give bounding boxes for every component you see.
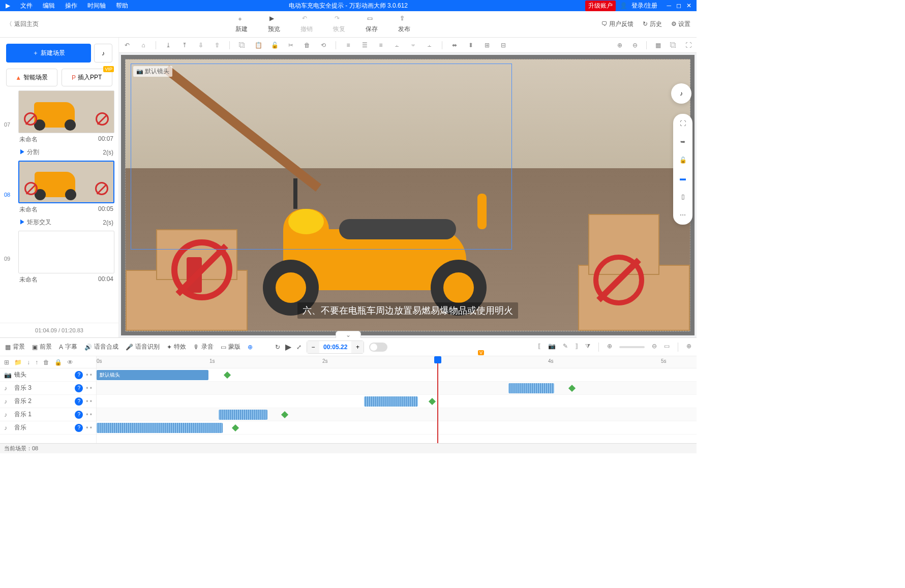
grid-icon[interactable]: ▦ [654, 41, 662, 49]
scene-item-09[interactable]: 09未命名00:04 [4, 231, 114, 286]
maximize-button[interactable]: ◻ [676, 2, 681, 9]
toolbar-预览-button[interactable]: ▶预览 [268, 15, 280, 34]
canvas-viewport[interactable]: 📷 默认镜头 六、不要在电瓶车周边放置易燃易爆物品或使用明火 [121, 55, 695, 335]
timeline-字幕-button[interactable]: A字幕 [59, 343, 77, 351]
add-layer-icon[interactable]: ⊞ [4, 359, 9, 366]
close-button[interactable]: ✕ [686, 2, 691, 9]
align-bottom2-icon[interactable]: ⫠ [426, 41, 434, 49]
timeline-特效-button[interactable]: ✦特效 [167, 343, 186, 351]
zoom-timeline-out-icon[interactable]: ⊖ [652, 343, 657, 352]
lock-track-icon[interactable]: 🔒 [54, 359, 62, 366]
paste-icon[interactable]: 📋 [254, 41, 262, 49]
scene-music-button[interactable]: ♪ [94, 44, 112, 63]
keyframe[interactable] [232, 424, 239, 431]
align-left-icon[interactable]: ≡ [344, 41, 352, 49]
track-音乐[interactable] [97, 421, 697, 435]
layers-icon[interactable]: ⿻ [669, 41, 677, 49]
align-bottom-icon[interactable]: ⤓ [164, 41, 172, 49]
insert-ppt-button[interactable]: P插入PPTVIP [62, 69, 113, 86]
history-icon[interactable]: ↻ [275, 344, 280, 351]
cut-icon[interactable]: ✂ [287, 41, 295, 49]
track-label-音乐 2[interactable]: ♪音乐 2?• • [0, 395, 96, 408]
zoom-in-icon[interactable]: ⊕ [616, 41, 624, 49]
export-icon[interactable]: ➥ [678, 137, 687, 146]
zoom-timeline-in-icon[interactable]: ⊕ [607, 343, 612, 352]
toolbar-新建-button[interactable]: ＋新建 [235, 15, 248, 34]
zoom-slider[interactable] [619, 346, 645, 348]
move-up-icon[interactable]: ↑ [35, 359, 38, 366]
unlock-icon[interactable]: 🔓 [678, 156, 687, 165]
fit-icon[interactable]: ⛶ [684, 41, 692, 49]
delete-icon[interactable]: 🗑 [303, 41, 311, 49]
clip[interactable] [364, 396, 418, 407]
move-down-icon[interactable]: ↓ [27, 359, 30, 366]
track-音乐 3[interactable] [97, 382, 697, 395]
clip[interactable] [219, 410, 267, 420]
keyframe[interactable] [429, 398, 436, 405]
timeline-蒙版-button[interactable]: ▭蒙版 [221, 343, 240, 351]
keyframe[interactable] [568, 385, 576, 392]
clip[interactable] [508, 383, 554, 393]
marker-out-icon[interactable]: ⟧ [575, 343, 578, 352]
copy-icon[interactable]: ⿻ [238, 41, 246, 49]
menu-operate[interactable]: 操作 [60, 2, 82, 10]
minimize-button[interactable]: ─ [667, 2, 671, 9]
zoom-out-icon[interactable]: ⊖ [631, 41, 639, 49]
new-scene-button[interactable]: ＋ 新建场景 [6, 44, 91, 63]
replace-icon[interactable]: ⟲ [319, 41, 327, 49]
mobile-icon[interactable]: ▯ [678, 192, 687, 201]
floating-music-button[interactable]: ♪ [671, 83, 691, 104]
clip[interactable]: 默认镜头 [97, 370, 208, 380]
bring-front-icon[interactable]: ⇧ [213, 41, 221, 49]
track-镜头[interactable]: 默认镜头 [97, 368, 697, 382]
undo-icon[interactable]: ↶ [123, 41, 131, 49]
track-音乐 2[interactable] [97, 395, 697, 408]
track-音乐 1[interactable] [97, 408, 697, 421]
time-plus-button[interactable]: + [351, 341, 364, 353]
delete-track-icon[interactable]: 🗑 [43, 359, 49, 366]
back-home-button[interactable]: 〈 返回主页 [0, 20, 45, 28]
scene-item-08[interactable]: 08未命名00:05▶ 矩形交叉2(s) [4, 161, 114, 229]
time-minus-button[interactable]: − [307, 341, 319, 353]
track-label-音乐[interactable]: ♪音乐?• • [0, 421, 96, 435]
center-h-icon[interactable]: ⊞ [483, 41, 491, 49]
snapshot-icon[interactable]: 📷 [548, 343, 556, 352]
toolbar-设置-button[interactable]: ⚙ 设置 [671, 20, 690, 28]
fit-camera-icon[interactable]: ⛶ [678, 119, 687, 128]
distribute-v-icon[interactable]: ⬍ [467, 41, 475, 49]
playhead[interactable] [437, 356, 438, 443]
marker-in-icon[interactable]: ⟦ [538, 343, 541, 352]
track-label-镜头[interactable]: 📷镜头?• • [0, 368, 96, 382]
menu-timeline[interactable]: 时间轴 [82, 2, 111, 10]
align-middle-icon[interactable]: ⫟ [409, 41, 417, 49]
smart-scene-button[interactable]: ▲智能场景 [6, 69, 57, 86]
tracks-area[interactable]: V 0s1s2s3s4s5s 默认镜头 [97, 356, 697, 443]
timeline-collapse-handle[interactable]: ⌄ [336, 331, 361, 338]
lock-icon[interactable]: 🔓 [270, 41, 279, 49]
track-label-音乐 1[interactable]: ♪音乐 1?• • [0, 408, 96, 421]
align-top-icon[interactable]: ⤒ [180, 41, 189, 49]
keyframe[interactable] [224, 372, 231, 379]
more-menu-icon[interactable]: ⊕ [248, 344, 253, 351]
menu-help[interactable]: 帮助 [111, 2, 133, 10]
login-link[interactable]: 登录/注册 [631, 2, 657, 10]
timeline-前景-button[interactable]: ▣前景 [32, 343, 52, 351]
add-folder-icon[interactable]: 📁 [14, 359, 22, 366]
menu-edit[interactable]: 编辑 [38, 2, 60, 10]
add-track-icon[interactable]: ⊕ [686, 343, 691, 352]
canvas-stage[interactable]: 📷 默认镜头 六、不要在电瓶车周边放置易燃易爆物品或使用明火 [125, 59, 690, 331]
home-icon[interactable]: ⌂ [139, 41, 147, 49]
play-button[interactable]: ▶ [285, 342, 291, 352]
timeline-语音合成-button[interactable]: 🔊语音合成 [84, 343, 118, 351]
center-v-icon[interactable]: ⊟ [499, 41, 507, 49]
toolbar-历史-button[interactable]: ↻ 历史 [643, 20, 661, 28]
display-icon[interactable]: ▬ [678, 174, 687, 183]
toolbar-发布-button[interactable]: ⇪发布 [398, 15, 410, 34]
camera-frame[interactable]: 📷 默认镜头 [131, 64, 512, 250]
scene-item-07[interactable]: 07未命名00:07▶ 分割2(s) [4, 90, 114, 159]
fullscreen-icon[interactable]: ⤢ [296, 344, 301, 351]
upgrade-badge[interactable]: 升级账户 [585, 1, 616, 11]
toolbar-保存-button[interactable]: ▭保存 [366, 15, 378, 34]
timeline-录音-button[interactable]: 🎙录音 [193, 343, 214, 351]
distribute-h-icon[interactable]: ⬌ [450, 41, 459, 49]
